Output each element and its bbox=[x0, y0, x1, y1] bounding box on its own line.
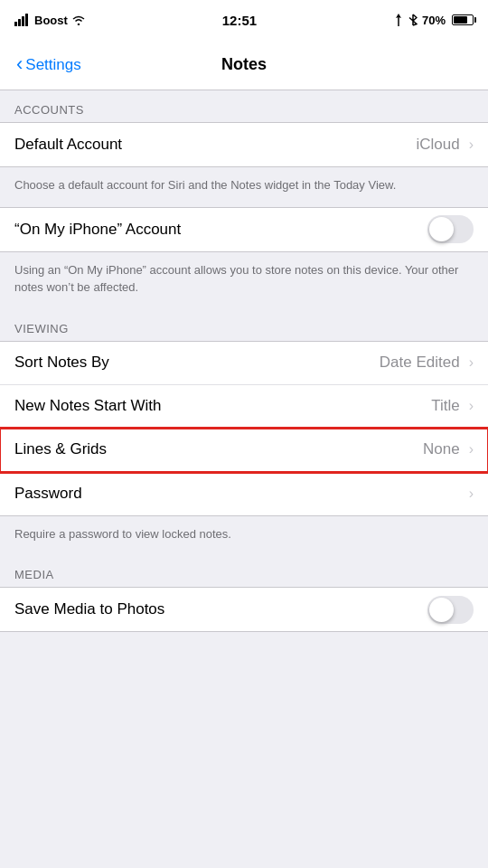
default-account-value: iCloud bbox=[416, 136, 459, 154]
default-account-value-group: iCloud › bbox=[416, 136, 474, 154]
on-my-iphone-label: “On My iPhone” Account bbox=[14, 221, 181, 239]
toggle-knob bbox=[429, 217, 454, 241]
lines-and-grids-value-group: None › bbox=[423, 440, 474, 458]
on-my-iphone-row[interactable]: “On My iPhone” Account bbox=[0, 208, 488, 251]
viewing-group: Sort Notes By Date Edited › New Notes St… bbox=[0, 341, 488, 516]
default-account-row[interactable]: Default Account iCloud › bbox=[0, 123, 488, 166]
sort-notes-by-value: Date Edited bbox=[380, 354, 460, 372]
save-media-to-photos-label: Save Media to Photos bbox=[14, 600, 164, 618]
carrier-name: Boost bbox=[34, 14, 68, 27]
lines-and-grids-value: None bbox=[423, 440, 460, 458]
save-media-toggle-knob bbox=[429, 598, 454, 622]
wifi-icon bbox=[71, 14, 86, 25]
default-account-label: Default Account bbox=[14, 136, 122, 154]
back-chevron-icon: ‹ bbox=[16, 54, 23, 74]
status-carrier: Boost bbox=[14, 14, 86, 27]
viewing-label: VIEWING bbox=[14, 322, 69, 335]
new-notes-start-with-chevron-icon: › bbox=[469, 398, 474, 414]
sort-notes-by-row[interactable]: Sort Notes By Date Edited › bbox=[0, 342, 488, 385]
svg-rect-3 bbox=[25, 14, 28, 26]
svg-rect-2 bbox=[22, 16, 24, 26]
new-notes-start-with-label: New Notes Start With bbox=[14, 397, 162, 415]
lines-and-grids-chevron-icon: › bbox=[469, 441, 474, 458]
bluetooth-icon bbox=[408, 14, 418, 26]
lines-and-grids-row[interactable]: Lines & Grids None › bbox=[0, 429, 488, 472]
media-section-header: MEDIA bbox=[0, 555, 488, 587]
new-notes-start-with-value-group: Title › bbox=[431, 397, 474, 415]
battery-icon bbox=[452, 14, 474, 25]
sort-notes-by-label: Sort Notes By bbox=[14, 354, 109, 372]
accounts-label: ACCOUNTS bbox=[14, 103, 84, 117]
lines-and-grids-label: Lines & Grids bbox=[14, 440, 107, 458]
password-row[interactable]: Password › bbox=[0, 472, 488, 515]
page-title: Notes bbox=[221, 55, 267, 74]
nav-bar: ‹ Settings Notes bbox=[0, 40, 488, 90]
back-label: Settings bbox=[25, 56, 80, 74]
default-account-description: Choose a default account for Siri and th… bbox=[0, 167, 488, 207]
signal-icon bbox=[14, 14, 31, 26]
status-time: 12:51 bbox=[222, 13, 257, 28]
on-my-iphone-toggle[interactable] bbox=[427, 215, 474, 243]
media-label: MEDIA bbox=[14, 568, 54, 581]
save-media-to-photos-toggle[interactable] bbox=[427, 596, 474, 624]
password-chevron-icon: › bbox=[469, 486, 474, 502]
status-bar: Boost 12:51 70% bbox=[0, 0, 488, 40]
accounts-section-header: ACCOUNTS bbox=[0, 90, 488, 122]
location-icon bbox=[393, 14, 404, 26]
password-label: Password bbox=[14, 485, 82, 503]
password-value-group: › bbox=[465, 486, 474, 502]
save-media-to-photos-row[interactable]: Save Media to Photos bbox=[0, 588, 488, 631]
battery-percent: 70% bbox=[422, 14, 446, 27]
svg-rect-1 bbox=[18, 19, 21, 26]
back-button[interactable]: ‹ Settings bbox=[9, 48, 89, 81]
svg-rect-0 bbox=[14, 22, 17, 26]
viewing-section-header: VIEWING bbox=[0, 309, 488, 341]
sort-notes-by-chevron-icon: › bbox=[469, 354, 474, 371]
accounts-group-2: “On My iPhone” Account bbox=[0, 207, 488, 252]
new-notes-start-with-row[interactable]: New Notes Start With Title › bbox=[0, 385, 488, 429]
status-right: 70% bbox=[393, 14, 474, 27]
default-account-chevron-icon: › bbox=[469, 137, 474, 153]
sort-notes-by-value-group: Date Edited › bbox=[380, 354, 474, 372]
content: ACCOUNTS Default Account iCloud › Choose… bbox=[0, 90, 488, 868]
new-notes-start-with-value: Title bbox=[431, 397, 460, 415]
media-group: Save Media to Photos bbox=[0, 587, 488, 632]
password-description: Require a password to view locked notes. bbox=[0, 516, 488, 556]
on-my-iphone-description: Using an “On My iPhone” account allows y… bbox=[0, 252, 488, 309]
accounts-group-1: Default Account iCloud › bbox=[0, 122, 488, 167]
